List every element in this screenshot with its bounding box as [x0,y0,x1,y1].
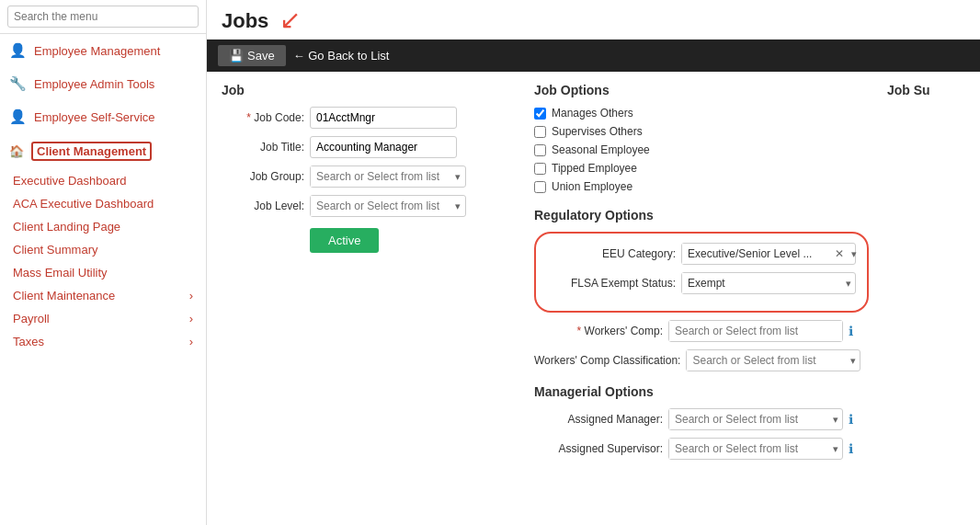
status-row: Active [222,224,516,253]
regulatory-options-bordered: EEU Category: ✕ ▾ FLSA Exempt Status: ▾ [534,232,869,313]
toolbar: 💾 Save ← Go Back to List [207,40,980,72]
sidebar-item-payroll[interactable]: Payroll [0,307,206,330]
job-group-input[interactable] [311,166,450,187]
sidebar-item-employee-management[interactable]: 👤 Employee Management [0,34,206,67]
sidebar-item-client-management[interactable]: 🏠 Client Management [0,133,206,169]
job-options-title: Job Options [534,83,869,97]
sidebar-item-client-landing-page[interactable]: Client Landing Page [0,215,206,238]
supervises-others-label: Supervises Others [552,125,643,138]
wrench-icon: 🔧 [9,75,27,92]
sidebar-item-client-summary[interactable]: Client Summary [0,238,206,261]
eeu-category-label: EEU Category: [547,247,676,260]
chevron-down-icon[interactable]: ▾ [848,248,860,260]
flsa-label: FLSA Exempt Status: [547,277,676,290]
sidebar-item-aca-executive-dashboard[interactable]: ACA Executive Dashboard [0,192,206,215]
workers-comp-select[interactable] [668,320,843,342]
job-group-label: Job Group: [222,170,304,183]
workers-comp-classification-row: Workers' Comp Classification: ▾ [534,349,869,371]
assigned-supervisor-select[interactable]: ▾ [668,438,843,460]
status-active-button[interactable]: Active [310,228,379,253]
workers-comp-input[interactable] [669,321,842,341]
workers-comp-classification-select[interactable]: ▾ [686,349,860,371]
workers-comp-classification-input[interactable] [687,350,847,371]
person-icon: 👤 [9,42,27,59]
chevron-down-icon[interactable]: ▾ [450,200,465,212]
job-group-select[interactable]: ▾ [310,165,466,188]
tipped-employee-checkbox[interactable] [534,163,546,175]
back-to-list-button[interactable]: ← Go Back to List [293,49,390,63]
sidebar-search-container [0,0,206,34]
save-button[interactable]: 💾 Save [218,45,286,66]
eeu-category-input[interactable] [682,244,831,264]
sidebar-item-employee-admin-tools[interactable]: 🔧 Employee Admin Tools [0,67,206,100]
sidebar: 👤 Employee Management 🔧 Employee Admin T… [0,0,207,525]
sidebar-item-client-maintenance[interactable]: Client Maintenance [0,284,206,307]
sidebar-item-employee-self-service[interactable]: 👤 Employee Self-Service [0,100,206,133]
managerial-options-title: Managerial Options [534,384,869,399]
sidebar-item-executive-dashboard[interactable]: Executive Dashboard [0,169,206,192]
chevron-down-icon[interactable]: ▾ [842,278,855,290]
job-form-title: Job [222,83,516,97]
chevron-down-icon[interactable]: ▾ [829,443,842,455]
job-code-label: Job Code: [222,111,304,124]
union-employee-checkbox[interactable] [534,181,546,193]
job-options-section: Job Options Manages Others Supervises Ot… [534,83,869,514]
seasonal-employee-checkbox[interactable] [534,144,546,156]
managerial-options-section: Managerial Options Assigned Manager: ▾ ℹ… [534,384,869,460]
sidebar-item-work-locations[interactable]: Work Locations [0,353,206,356]
manages-others-row: Manages Others [534,107,869,120]
workers-comp-row: Workers' Comp: ℹ [534,320,869,342]
home-icon: 🏠 [9,144,24,158]
eeu-category-row: EEU Category: ✕ ▾ [547,243,856,265]
supervises-others-row: Supervises Others [534,125,869,138]
info-icon[interactable]: ℹ [849,412,853,427]
info-icon[interactable]: ℹ [849,441,853,456]
union-employee-label: Union Employee [552,180,632,193]
assigned-supervisor-label: Assigned Supervisor: [534,442,663,455]
chevron-down-icon[interactable]: ▾ [450,171,465,183]
job-summary-section: Job Su [887,83,930,514]
assigned-manager-label: Assigned Manager: [534,413,663,426]
sidebar-item-taxes[interactable]: Taxes [0,330,206,353]
person2-icon: 👤 [9,108,27,125]
manages-others-checkbox[interactable] [534,108,546,120]
job-summary-title: Job Su [887,83,930,97]
page-title: Jobs [222,4,268,39]
main-content: Jobs ↙ 💾 Save ← Go Back to List Job Job … [207,0,980,525]
supervises-others-checkbox[interactable] [534,126,546,138]
assigned-supervisor-input[interactable] [669,439,829,459]
page-header: Jobs ↙ [207,0,980,40]
client-management-label: Client Management [31,142,152,161]
union-employee-row: Union Employee [534,180,869,193]
flsa-select[interactable]: ▾ [681,272,856,294]
assigned-manager-row: Assigned Manager: ▾ ℹ [534,408,869,430]
eeu-category-select[interactable]: ✕ ▾ [681,243,856,265]
job-level-label: Job Level: [222,200,304,212]
content-area: Job Job Code: Job Title: Job Group: ▾ Jo… [207,72,980,525]
assigned-manager-input[interactable] [669,409,829,429]
sidebar-item-mass-email-utility[interactable]: Mass Email Utility [0,261,206,284]
search-input[interactable] [7,6,199,28]
save-icon: 💾 [229,49,244,63]
assigned-manager-select[interactable]: ▾ [668,408,843,430]
job-group-row: Job Group: ▾ [222,165,516,188]
manages-others-label: Manages Others [552,107,633,120]
tipped-employee-label: Tipped Employee [552,162,637,175]
workers-comp-classification-label: Workers' Comp Classification: [534,354,680,367]
job-form-section: Job Job Code: Job Title: Job Group: ▾ Jo… [222,83,516,514]
job-code-input[interactable] [310,107,457,129]
flsa-row: FLSA Exempt Status: ▾ [547,272,856,294]
job-code-row: Job Code: [222,107,516,129]
flsa-input[interactable] [682,273,842,293]
chevron-down-icon[interactable]: ▾ [829,414,842,426]
job-title-input[interactable] [310,136,457,158]
clear-icon[interactable]: ✕ [831,247,848,260]
workers-comp-label: Workers' Comp: [534,325,663,337]
seasonal-employee-label: Seasonal Employee [552,143,650,156]
job-level-row: Job Level: ▾ [222,195,516,217]
job-level-select[interactable]: ▾ [310,195,466,217]
chevron-down-icon[interactable]: ▾ [847,355,860,367]
job-level-input[interactable] [311,196,450,216]
regulatory-options-title: Regulatory Options [534,208,869,223]
info-icon[interactable]: ℹ [849,324,853,338]
